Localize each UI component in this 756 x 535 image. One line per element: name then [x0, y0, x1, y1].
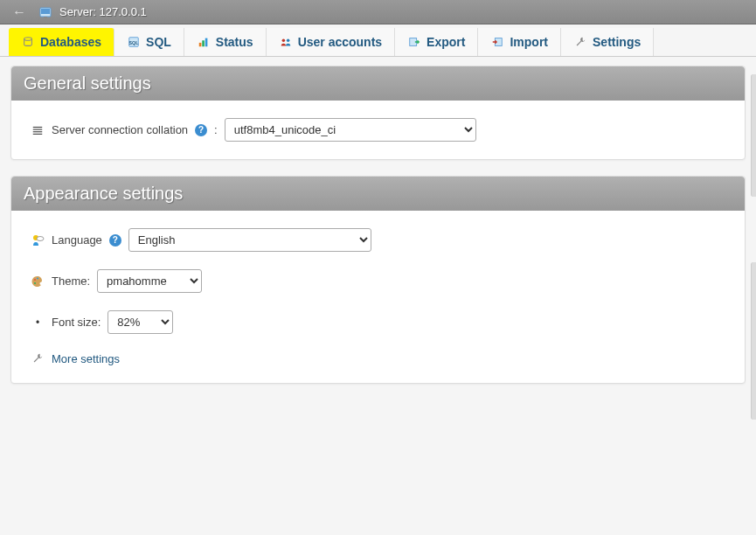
- svg-point-21: [34, 282, 36, 284]
- users-icon: [279, 35, 293, 49]
- colon: :: [214, 123, 218, 136]
- back-button[interactable]: ←: [7, 4, 31, 20]
- status-icon: [197, 35, 211, 49]
- theme-label: Theme:: [52, 274, 90, 288]
- list-icon: [31, 123, 45, 137]
- svg-point-9: [281, 39, 285, 43]
- svg-rect-8: [205, 38, 208, 47]
- bullet-icon: •: [31, 316, 45, 329]
- language-icon: [31, 233, 45, 247]
- tab-sql[interactable]: SQL SQL: [114, 28, 184, 56]
- theme-select[interactable]: pmahomme: [97, 269, 202, 293]
- collation-row: Server connection collation ? : utf8mb4_…: [31, 118, 725, 142]
- more-settings-row: More settings: [31, 351, 725, 365]
- tab-bar: Databases SQL SQL Status User accounts E…: [0, 24, 756, 57]
- wrench-icon: [31, 351, 45, 365]
- sql-icon: SQL: [127, 35, 141, 49]
- tab-label: Databases: [40, 35, 101, 49]
- tab-settings[interactable]: Settings: [561, 28, 654, 56]
- general-settings-panel: General settings Server connection colla…: [10, 66, 746, 160]
- database-icon: [21, 35, 35, 49]
- more-settings-link[interactable]: More settings: [52, 352, 120, 365]
- language-select[interactable]: English: [128, 228, 371, 252]
- svg-rect-2: [44, 17, 47, 18]
- tab-status[interactable]: Status: [184, 28, 267, 56]
- main-content: General settings Server connection colla…: [0, 57, 756, 408]
- svg-point-20: [37, 277, 38, 279]
- svg-text:SQL: SQL: [129, 40, 140, 45]
- fontsize-label: Font size:: [52, 316, 101, 329]
- tab-import[interactable]: Import: [478, 28, 561, 56]
- tab-databases[interactable]: Databases: [9, 28, 114, 56]
- panel-title: Appearance settings: [11, 177, 745, 211]
- server-label: Server: 127.0.0.1: [59, 5, 147, 18]
- tab-label: Import: [510, 35, 548, 49]
- help-icon[interactable]: ?: [109, 234, 121, 247]
- svg-point-18: [37, 236, 44, 240]
- panel-body: Server connection collation ? : utf8mb4_…: [11, 101, 745, 159]
- svg-rect-1: [41, 9, 50, 14]
- tab-label: User accounts: [298, 35, 382, 49]
- tab-user-accounts[interactable]: User accounts: [267, 28, 395, 56]
- svg-rect-7: [202, 40, 205, 46]
- wrench-icon: [573, 35, 587, 49]
- svg-point-10: [287, 39, 290, 43]
- server-icon: [38, 5, 52, 19]
- palette-icon: [31, 274, 45, 288]
- svg-point-3: [24, 38, 32, 41]
- panel-title: General settings: [11, 66, 745, 101]
- collation-label: Server connection collation: [52, 123, 188, 136]
- tab-label: Export: [427, 35, 465, 49]
- language-row: Language ? English: [31, 228, 725, 252]
- tab-label: Status: [216, 35, 253, 49]
- svg-rect-6: [199, 43, 202, 46]
- language-label: Language: [52, 233, 102, 247]
- theme-row: Theme: pmahomme: [31, 269, 725, 293]
- export-icon: [407, 35, 421, 49]
- side-panel-edge: [751, 262, 756, 420]
- fontsize-row: • Font size: 82%: [31, 310, 725, 334]
- panel-body: Language ? English Theme: pmahomme • Fon…: [11, 211, 745, 383]
- tab-export[interactable]: Export: [395, 28, 478, 56]
- top-bar: ← Server: 127.0.0.1: [0, 0, 756, 24]
- side-panel-edge: [751, 74, 756, 197]
- import-icon: [490, 35, 504, 49]
- svg-point-19: [34, 279, 36, 281]
- help-icon[interactable]: ?: [195, 124, 207, 136]
- appearance-settings-panel: Appearance settings Language ? English T…: [10, 176, 746, 384]
- fontsize-select[interactable]: 82%: [108, 310, 173, 334]
- tab-label: Settings: [593, 35, 641, 49]
- collation-select[interactable]: utf8mb4_unicode_ci: [225, 118, 476, 142]
- tab-label: SQL: [146, 35, 171, 49]
